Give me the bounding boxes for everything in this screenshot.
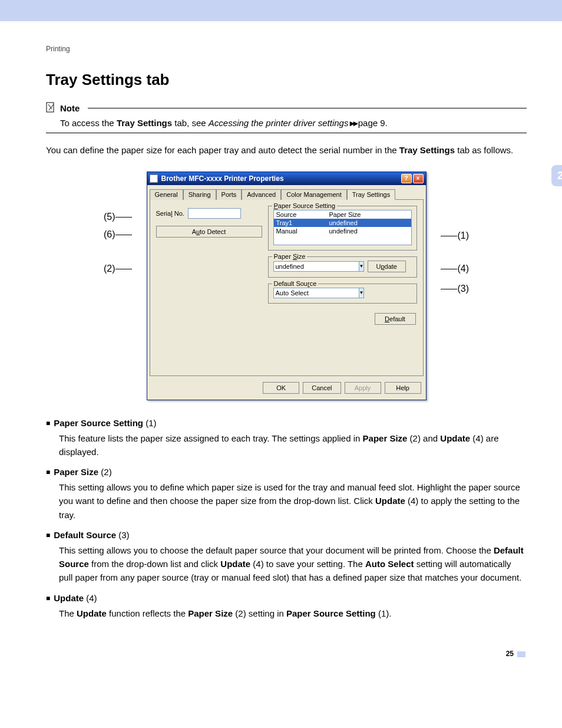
callout-5: (5) [104, 212, 132, 222]
paper-source-setting-group: Paper Source Setting SourcePaper Size Tr… [268, 206, 417, 251]
page-number: 25 [46, 650, 527, 658]
tab-ports[interactable]: Ports [216, 189, 242, 200]
serial-input[interactable] [188, 208, 241, 219]
auto-detect-button[interactable]: Auto Detect [156, 226, 262, 238]
close-button[interactable]: × [413, 174, 424, 183]
cancel-button[interactable]: Cancel [303, 382, 340, 394]
tab-tray-settings[interactable]: Tray Settings [347, 189, 395, 200]
list-row-manual[interactable]: Manualundefined [274, 227, 411, 235]
chapter-thumb: 2 [551, 165, 562, 186]
callout-2: (2) [104, 263, 132, 274]
update-button[interactable]: Update [368, 261, 406, 272]
desc-paper-source-setting: ■Paper Source Setting (1) This feature l… [46, 418, 527, 459]
help-button[interactable]: ? [401, 174, 412, 183]
intro-text: You can define the paper size for each p… [46, 144, 527, 157]
callout-1: (1) [441, 230, 469, 241]
svg-rect-0 [47, 103, 54, 112]
dialog-titlebar[interactable]: Brother MFC-xxxx Printer Properties ? × [147, 172, 426, 185]
serial-label: Serial No. [156, 210, 184, 217]
page-title: Tray Settings tab [46, 71, 527, 89]
tab-general[interactable]: General [150, 189, 183, 200]
list-row-tray1[interactable]: Tray1undefined [274, 219, 411, 227]
paper-size-value[interactable] [273, 261, 359, 272]
printer-properties-dialog: Brother MFC-xxxx Printer Properties ? × … [147, 172, 427, 400]
chevron-down-icon[interactable]: ▼ [359, 288, 365, 298]
apply-button[interactable]: Apply [345, 382, 381, 394]
desc-update: ■Update (4) The Update function reflects… [46, 593, 527, 620]
default-source-value[interactable] [273, 288, 359, 298]
help-dialog-button[interactable]: Help [385, 382, 421, 394]
note-icon [46, 102, 57, 114]
tab-panel: Serial No. Auto Detect Paper Source Sett… [150, 199, 424, 376]
callout-6: (6) [104, 229, 132, 240]
tab-advanced[interactable]: Advanced [242, 189, 281, 200]
default-button[interactable]: Default [375, 313, 416, 325]
tab-sharing[interactable]: Sharing [183, 189, 216, 200]
tab-strip: General Sharing Ports Advanced Color Man… [147, 185, 426, 199]
note-text: To access the Tray Settings tab, see Acc… [46, 114, 527, 133]
note-label: Note [60, 103, 80, 113]
screenshot-wrap: (5) (6) (2) (1) (4) (3) Brother MFC-xxxx… [121, 172, 451, 400]
callout-3: (3) [441, 284, 469, 294]
chevron-down-icon[interactable]: ▼ [359, 261, 365, 272]
desc-paper-size: ■Paper Size (2) This setting allows you … [46, 467, 527, 522]
paper-size-group: Paper Size ▼ Update [268, 256, 417, 278]
dialog-title: Brother MFC-xxxx Printer Properties [161, 174, 284, 183]
dialog-button-row: OK Cancel Apply Help [147, 378, 426, 400]
paper-size-combo[interactable]: ▼ [273, 261, 350, 272]
header-band [0, 0, 562, 21]
default-source-group: Default Source ▼ [268, 284, 417, 304]
paper-source-list[interactable]: SourcePaper Size Tray1undefined Manualun… [273, 210, 412, 245]
note-box: Note To access the Tray Settings tab, se… [46, 102, 527, 133]
callout-4: (4) [441, 263, 469, 274]
default-source-combo[interactable]: ▼ [273, 288, 350, 298]
tab-color-management[interactable]: Color Management [281, 189, 347, 200]
desc-default-source: ■Default Source (3) This setting allows … [46, 530, 527, 585]
section-breadcrumb: Printing [46, 45, 527, 53]
printer-icon [150, 174, 158, 183]
ok-button[interactable]: OK [263, 382, 299, 394]
